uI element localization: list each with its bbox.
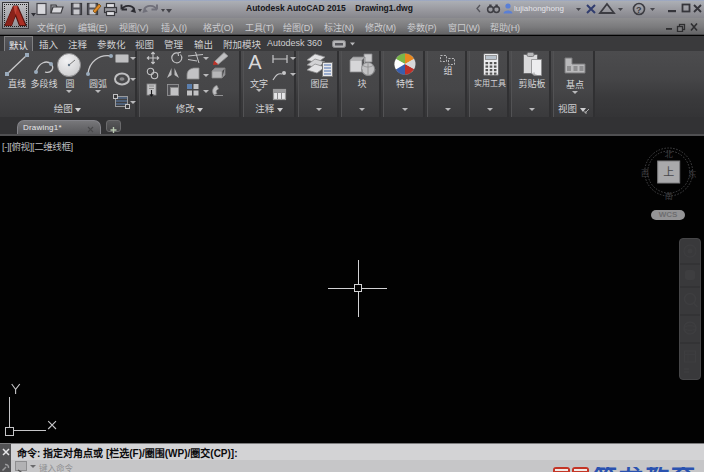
svg-text:?: ? <box>636 5 642 15</box>
svg-text:东: 东 <box>689 168 697 179</box>
svg-text:上: 上 <box>663 163 674 179</box>
svg-text:北: 北 <box>665 148 673 159</box>
svg-text:南: 南 <box>665 190 673 201</box>
svg-text:西: 西 <box>641 167 649 178</box>
svg-text:lujiahonghong: lujiahonghong <box>514 4 564 13</box>
